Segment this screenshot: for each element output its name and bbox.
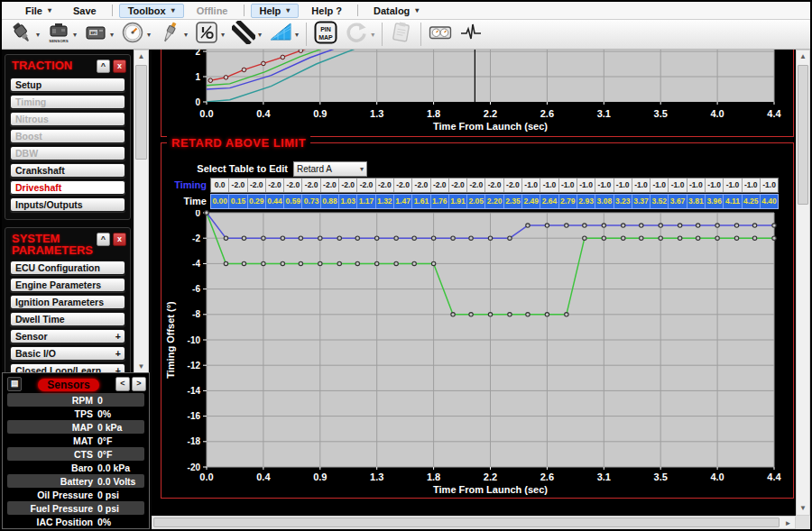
time-cell[interactable]: 1.91 bbox=[449, 195, 467, 208]
timing-cell[interactable]: -1.0 bbox=[687, 179, 706, 192]
sidebar-item-engine-parameters[interactable]: Engine Parameters bbox=[10, 278, 125, 292]
time-cell[interactable]: 3.08 bbox=[595, 195, 614, 208]
timing-cell[interactable]: -2.0 bbox=[357, 179, 375, 192]
sensors-menu-button[interactable]: ▤ bbox=[7, 377, 22, 391]
main-hscroll-thumb[interactable] bbox=[153, 517, 780, 527]
timing-cell[interactable]: -2.0 bbox=[248, 179, 266, 192]
table-select-dropdown[interactable]: Retard A ▾ bbox=[293, 161, 367, 177]
main-vscroll-thumb[interactable] bbox=[798, 65, 808, 205]
timing-cell[interactable]: -2.0 bbox=[266, 179, 284, 192]
sidebar-item-setup[interactable]: Setup bbox=[10, 78, 125, 92]
timing-cell[interactable]: -1.0 bbox=[540, 179, 558, 192]
time-cell[interactable]: 3.96 bbox=[706, 195, 724, 208]
timing-cell[interactable]: -2.0 bbox=[302, 179, 320, 192]
menu-item-help[interactable]: Help▾ bbox=[251, 4, 300, 18]
timing-cell[interactable]: -2.0 bbox=[431, 179, 449, 192]
time-cell[interactable]: 2.35 bbox=[504, 195, 522, 208]
time-cell[interactable]: 0.00 bbox=[211, 195, 229, 208]
ecu-module-button[interactable]: EFI▾ bbox=[82, 20, 115, 49]
time-cell[interactable]: 2.93 bbox=[577, 195, 595, 208]
sidebar-item-crankshaft[interactable]: Crankshaft bbox=[10, 163, 125, 178]
time-cell[interactable]: 1.47 bbox=[394, 195, 412, 208]
timing-cell[interactable]: -1.0 bbox=[595, 179, 614, 192]
dual-gauges-button[interactable] bbox=[427, 20, 454, 49]
launch-overview-chart[interactable]: 0120.00.40.91.31.82.22.63.13.54.04.4Time… bbox=[161, 50, 793, 135]
timing-cell[interactable]: -2.0 bbox=[485, 179, 503, 192]
time-cell[interactable]: 1.17 bbox=[357, 195, 375, 208]
spark-plug-button[interactable]: ▾ bbox=[156, 20, 189, 49]
time-cell[interactable]: 4.40 bbox=[761, 195, 778, 208]
collapse-panel-button[interactable]: ^ bbox=[97, 60, 110, 73]
sensors-prev-button[interactable]: < bbox=[115, 377, 130, 391]
time-cell[interactable]: 1.61 bbox=[412, 195, 430, 208]
timing-cell[interactable]: -2.0 bbox=[504, 179, 522, 192]
pin-map-button[interactable]: PINMAP bbox=[312, 20, 339, 49]
timing-cell[interactable]: -2.0 bbox=[376, 179, 394, 192]
menu-item-help[interactable]: Help ? bbox=[302, 4, 351, 18]
timing-cell[interactable]: -1.0 bbox=[743, 179, 761, 192]
collapse-panel-button[interactable]: ^ bbox=[97, 233, 110, 246]
sidebar-item-sensor-scaling-warnings[interactable]: Sensor Scaling/Warnings+ bbox=[10, 329, 125, 343]
timing-cell[interactable]: -2.0 bbox=[321, 179, 339, 192]
time-cell[interactable]: 0.29 bbox=[248, 195, 266, 208]
time-cell[interactable]: 0.59 bbox=[284, 195, 302, 208]
time-cell[interactable]: 2.20 bbox=[485, 195, 503, 208]
sidebar-scrollbar[interactable]: ▲ ▼ bbox=[134, 50, 149, 374]
fuel-injector-button[interactable]: ▾ bbox=[8, 20, 42, 49]
sidebar-item-ecu-configuration[interactable]: ECU Configuration bbox=[10, 261, 125, 275]
scroll-up-icon[interactable]: ▲ bbox=[797, 50, 809, 63]
main-horizontal-scrollbar[interactable]: ► bbox=[152, 516, 796, 529]
time-cell[interactable]: 4.11 bbox=[724, 195, 742, 208]
scroll-right-icon[interactable]: ► bbox=[781, 517, 795, 528]
sidebar-scroll-thumb[interactable] bbox=[135, 65, 147, 160]
timing-cell[interactable]: -1.0 bbox=[559, 179, 577, 192]
timing-cell[interactable]: -2.0 bbox=[467, 179, 485, 192]
sidebar-item-basic-i-o[interactable]: Basic I/O+ bbox=[10, 346, 125, 361]
sidebar-item-dwell-time[interactable]: Dwell Time bbox=[10, 312, 125, 326]
time-cell[interactable]: 0.15 bbox=[229, 195, 247, 208]
menu-item-toolbox[interactable]: Toolbox▾ bbox=[119, 4, 184, 18]
timing-cell[interactable]: -1.0 bbox=[632, 179, 651, 192]
sensors-module-button[interactable]: SENSORS▾ bbox=[45, 20, 78, 49]
time-cell[interactable]: 3.37 bbox=[632, 195, 651, 208]
table-3d-button[interactable]: ▾ bbox=[267, 20, 300, 49]
time-cell[interactable]: 3.67 bbox=[669, 195, 687, 208]
pulse-button[interactable] bbox=[457, 20, 484, 49]
time-cell[interactable]: 0.88 bbox=[321, 195, 339, 208]
close-panel-button[interactable]: x bbox=[113, 233, 126, 246]
sidebar-item-driveshaft[interactable]: Driveshaft bbox=[10, 180, 125, 195]
timing-cell[interactable]: -2.0 bbox=[412, 179, 430, 192]
timing-cell[interactable]: -2.0 bbox=[449, 179, 467, 192]
menu-item-datalog[interactable]: Datalog▾ bbox=[364, 4, 428, 18]
timing-cell[interactable]: -1.0 bbox=[651, 179, 669, 192]
scroll-up-icon[interactable]: ▲ bbox=[134, 50, 148, 63]
timing-cell[interactable]: -1.0 bbox=[522, 179, 540, 192]
timing-cell[interactable]: -2.0 bbox=[284, 179, 302, 192]
timing-cell[interactable]: -2.0 bbox=[229, 179, 247, 192]
timing-cell[interactable]: -2.0 bbox=[394, 179, 412, 192]
close-panel-button[interactable]: x bbox=[113, 60, 126, 73]
main-vertical-scrollbar[interactable]: ▲ ▼ bbox=[796, 50, 810, 516]
time-cell[interactable]: 3.81 bbox=[687, 195, 706, 208]
gauge-button[interactable]: ▾ bbox=[119, 20, 152, 49]
timing-cell[interactable]: -1.0 bbox=[706, 179, 724, 192]
timing-cell[interactable]: -1.0 bbox=[761, 179, 778, 192]
time-cell[interactable]: 2.79 bbox=[559, 195, 577, 208]
timing-cell[interactable]: -1.0 bbox=[724, 179, 742, 192]
timing-cell[interactable]: -1.0 bbox=[614, 179, 632, 192]
sidebar-item-inputs-outputs[interactable]: Inputs/Outputs bbox=[10, 197, 125, 212]
retard-offset-chart[interactable]: 0-2-4-6-8-10-12-14-16-18-200.00.40.91.31… bbox=[161, 210, 793, 499]
time-cell[interactable]: 4.25 bbox=[743, 195, 761, 208]
sensors-next-button[interactable]: > bbox=[132, 377, 146, 391]
scroll-down-icon[interactable]: ▼ bbox=[134, 361, 148, 373]
menu-item-save[interactable]: Save bbox=[64, 4, 106, 18]
time-cell[interactable]: 2.64 bbox=[540, 195, 558, 208]
timing-cell[interactable]: -1.0 bbox=[577, 179, 595, 192]
timing-cell[interactable]: 0.0 bbox=[211, 179, 229, 192]
sidebar-item-ignition-parameters[interactable]: Ignition Parameters bbox=[10, 295, 125, 309]
timing-belt-button[interactable]: ▾ bbox=[230, 20, 263, 49]
time-cell[interactable]: 1.76 bbox=[431, 195, 449, 208]
time-cell[interactable]: 1.03 bbox=[339, 195, 357, 208]
timing-cell[interactable]: -1.0 bbox=[669, 179, 687, 192]
time-cell[interactable]: 3.23 bbox=[614, 195, 632, 208]
